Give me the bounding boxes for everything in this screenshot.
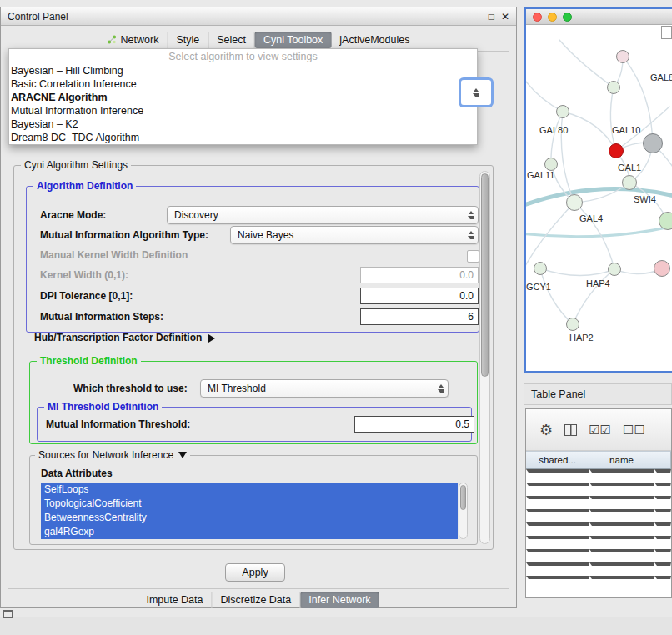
network-scroll-corner[interactable] (661, 26, 672, 39)
network-icon (108, 35, 117, 44)
apply-button[interactable]: Apply (225, 563, 285, 582)
tab-jactivemodules[interactable]: jActiveModules (331, 32, 418, 48)
float-panel-icon[interactable]: □ (489, 11, 494, 22)
mi-type-select[interactable]: Naive Bayes (230, 226, 479, 244)
kernel-width-field[interactable]: 0.0 (360, 267, 479, 283)
node-label: GAL11 (527, 170, 554, 180)
mi-threshold-label: Mutual Information Threshold: (46, 418, 190, 431)
mi-threshold-field[interactable]: 0.5 (354, 416, 474, 432)
control-panel-titlebar[interactable]: Control Panel □ ✕ (1, 8, 516, 26)
column-header[interactable]: name (589, 451, 654, 469)
column-header[interactable] (654, 451, 671, 469)
close-panel-icon[interactable]: ✕ (501, 11, 509, 22)
dpi-tolerance-label: DPI Tolerance [0,1]: (40, 290, 133, 302)
zoom-window-icon[interactable] (563, 12, 572, 22)
network-node[interactable] (659, 212, 672, 230)
table-row[interactable]: YDL19...YDL19...13 (526, 469, 671, 482)
network-node[interactable] (607, 81, 620, 94)
table-header-row: shared...name (526, 451, 671, 469)
network-node[interactable] (544, 158, 558, 171)
select-all-checks-icon[interactable]: ☑☑ (589, 422, 611, 438)
table-row[interactable]: YDR27...YDR27...12 (526, 482, 671, 496)
mi-type-value: Naive Bayes (238, 229, 293, 241)
network-node[interactable] (534, 262, 547, 275)
expand-right-icon (208, 334, 215, 342)
kernel-width-value: 0.0 (459, 269, 474, 281)
tab-infer-network[interactable]: Infer Network (300, 592, 379, 608)
desktop: Control Panel □ ✕ NetworkStyleSelectCyni… (0, 0, 672, 635)
network-canvas[interactable]: GAL8GAL80GAL10GAL11GAL1SWI4GAL4GCY1HAP4H… (526, 25, 672, 371)
clear-all-checks-icon[interactable]: ☐☐ (623, 422, 645, 438)
dropdown-item[interactable]: ARACNE Algorithm (9, 91, 477, 104)
manual-kernel-checkbox[interactable] (467, 250, 479, 262)
bottom-tabbar: Impute DataDiscretize DataInfer Network (138, 590, 379, 609)
tab-cyni-toolbox[interactable]: Cyni Toolbox (255, 32, 331, 48)
dropdown-item[interactable]: Mutual Information Inference (9, 104, 477, 118)
combo-arrows-icon (434, 380, 448, 397)
scrollbar-thumb[interactable] (460, 485, 466, 510)
table-row[interactable]: YPR145WYPR145W9. (526, 509, 671, 522)
threshold-definition-group: Threshold Definition Which threshold to … (29, 361, 478, 444)
tab-discretize-data[interactable]: Discretize Data (213, 592, 301, 608)
attribute-row[interactable]: gal4RGexp (41, 525, 458, 539)
combo-arrows-icon (464, 227, 478, 243)
control-panel-title: Control Panel (8, 11, 68, 22)
dpi-tolerance-field[interactable]: 0.0 (360, 288, 479, 304)
network-node[interactable] (616, 50, 629, 63)
mi-steps-field[interactable]: 6 (360, 308, 479, 325)
tab-style[interactable]: Style (168, 32, 208, 48)
algorithm-combo-stepper[interactable] (459, 78, 494, 108)
table-body: YDL19...YDL19...13YDR27...YDR27...12YBR0… (526, 469, 671, 598)
table-row[interactable]: YBL079WYBL079W (526, 549, 671, 562)
tab-network[interactable]: Network (99, 32, 168, 48)
dropdown-item[interactable]: Dream8 DC_TDC Algorithm (9, 131, 477, 144)
data-attributes-label: Data Attributes (41, 468, 113, 480)
attribute-row[interactable]: TopologicalCoefficient (41, 497, 458, 511)
network-node[interactable] (654, 260, 670, 277)
table-row[interactable]: YJL052CYJL052C (526, 576, 671, 589)
attribute-row[interactable]: BetweennessCentrality (41, 511, 458, 525)
network-node[interactable] (609, 143, 624, 158)
restore-panel-icon[interactable] (3, 610, 13, 618)
collapse-down-icon[interactable] (178, 452, 187, 458)
minimize-window-icon[interactable] (548, 12, 557, 22)
network-node[interactable] (643, 133, 663, 153)
dropdown-item[interactable]: Bayesian – K2 (9, 118, 477, 131)
gear-icon[interactable]: ⚙ (539, 421, 553, 439)
network-node[interactable] (608, 262, 621, 276)
table-row[interactable]: YLR345WYLR345W9. (526, 562, 671, 576)
data-attributes-list: SelfLoopsTopologicalCoefficientBetweenne… (41, 482, 458, 539)
threshold-definition-title: Threshold Definition (37, 355, 141, 367)
settings-scrollbar[interactable] (479, 171, 490, 544)
network-node[interactable] (566, 318, 579, 331)
table-panel-header[interactable]: Table Panel (524, 383, 672, 405)
table-window: ⚙ ☑☑ ☐☐ shared...name YDL19...YDL19...13… (525, 408, 672, 598)
network-node[interactable] (566, 194, 583, 211)
combo-up-icon (474, 88, 479, 92)
tab-select[interactable]: Select (208, 32, 255, 48)
table-row[interactable]: YBR045CYBR045C9. (526, 536, 671, 549)
aracne-mode-select[interactable]: Discovery (167, 206, 479, 224)
network-node[interactable] (556, 105, 569, 118)
hub-definition-toggle[interactable]: Hub/Transcription Factor Definition (34, 332, 215, 344)
aracne-mode-value: Discovery (174, 209, 218, 221)
which-threshold-value: MI Threshold (208, 382, 266, 394)
top-tabbar: NetworkStyleSelectCyni ToolboxjActiveMod… (99, 30, 419, 49)
table-row[interactable]: YER054CYER054C8. (526, 522, 671, 536)
network-window-titlebar[interactable] (526, 9, 672, 25)
close-window-icon[interactable] (533, 12, 542, 22)
attribute-list-scrollbar[interactable] (459, 482, 468, 539)
which-threshold-label: Which threshold to use: (73, 382, 188, 395)
column-header[interactable]: shared... (526, 451, 589, 469)
tab-impute-data[interactable]: Impute Data (138, 592, 212, 608)
attribute-row[interactable]: SelfLoops (41, 482, 458, 497)
dropdown-item[interactable]: Basic Correlation Inference (9, 78, 477, 91)
node-label: GAL80 (539, 125, 568, 135)
columns-icon[interactable] (564, 424, 577, 436)
dropdown-item[interactable]: Bayesian – Hill Climbing (9, 64, 477, 78)
scrollbar-thumb[interactable] (481, 173, 489, 377)
which-threshold-select[interactable]: MI Threshold (200, 379, 449, 398)
network-node[interactable] (622, 175, 637, 190)
node-label: GAL8 (650, 72, 672, 82)
table-row[interactable]: YBR043CYBR043C (526, 496, 671, 509)
